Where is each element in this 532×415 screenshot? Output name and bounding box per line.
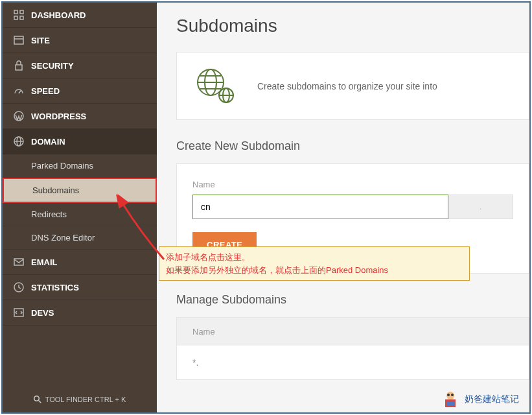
- sidebar-item-security[interactable]: SECURITY: [3, 53, 157, 78]
- sidebar-label: STATISTICS: [31, 283, 79, 292]
- sidebar-label: WORDPRESS: [31, 112, 86, 121]
- svg-line-16: [38, 401, 41, 403]
- sidebar-sub-redirects[interactable]: Redirects: [3, 203, 157, 226]
- svg-point-28: [447, 394, 450, 396]
- sidebar-item-speed[interactable]: SPEED: [3, 78, 157, 104]
- info-description: Create subdomains to organize your site …: [257, 81, 437, 91]
- sidebar-label: DASHBOARD: [31, 10, 86, 20]
- tool-finder[interactable]: TOOL FINDER CTRL + K: [3, 386, 157, 412]
- sidebar-item-site[interactable]: SITE: [3, 28, 157, 53]
- info-panel: Create subdomains to organize your site …: [176, 52, 529, 120]
- domain-illustration-icon: [192, 68, 238, 104]
- sidebar-item-devs[interactable]: DEVS: [3, 300, 157, 326]
- sidebar-item-domain[interactable]: DOMAIN: [3, 129, 157, 154]
- annotation-line2: 如果要添加另外独立的域名，就点击上面的Parked Domains: [166, 264, 463, 277]
- svg-rect-1: [20, 10, 23, 14]
- svg-rect-2: [14, 16, 17, 19]
- page-title: Subdomains: [176, 16, 529, 36]
- svg-point-15: [34, 396, 39, 401]
- grid-icon: [13, 9, 25, 21]
- code-icon: [13, 307, 25, 318]
- annotation-note: 添加子域名点击这里。 如果要添加另外独立的域名，就点击上面的Parked Dom…: [159, 246, 470, 281]
- mail-icon: [13, 256, 25, 268]
- svg-rect-12: [14, 259, 23, 265]
- clock-icon: [13, 281, 25, 293]
- sidebar-label: SITE: [31, 36, 50, 45]
- watermark-icon: [440, 389, 461, 410]
- sidebar-item-dashboard[interactable]: DASHBOARD: [3, 3, 157, 28]
- svg-line-7: [19, 91, 21, 93]
- svg-rect-27: [446, 402, 454, 406]
- globe-icon: [13, 136, 25, 147]
- subdomain-table: Name *.: [176, 317, 529, 380]
- sidebar-sub-dns[interactable]: DNS Zone Editor: [3, 226, 157, 250]
- svg-rect-4: [14, 36, 23, 44]
- name-label: Name: [192, 180, 513, 189]
- subdomain-name-input[interactable]: [192, 195, 448, 219]
- sidebar-sub-parked[interactable]: Parked Domains: [3, 154, 157, 178]
- sidebar-label: EMAIL: [31, 257, 57, 267]
- svg-rect-6: [16, 65, 22, 70]
- svg-point-29: [451, 394, 454, 396]
- svg-rect-0: [14, 10, 17, 14]
- lock-icon: [13, 60, 25, 71]
- tool-finder-label: TOOL FINDER CTRL + K: [45, 396, 126, 403]
- sidebar-label: SECURITY: [31, 61, 74, 71]
- search-icon: [34, 396, 41, 403]
- table-header-name: Name: [177, 318, 529, 346]
- window-icon: [13, 34, 25, 46]
- svg-rect-3: [20, 16, 23, 19]
- main-content: Subdomains Create subdomains to organize…: [157, 3, 529, 412]
- wordpress-icon: [13, 110, 25, 122]
- name-input-group: .: [192, 195, 513, 219]
- manage-section-title: Manage Subdomains: [176, 293, 529, 307]
- watermark: 奶爸建站笔记: [440, 389, 519, 410]
- sidebar-item-wordpress[interactable]: WORDPRESS: [3, 104, 157, 129]
- sidebar-sub-subdomains[interactable]: Subdomains: [3, 178, 157, 203]
- table-row: *.: [177, 346, 529, 379]
- sidebar-item-email[interactable]: EMAIL: [3, 250, 157, 275]
- sidebar: DASHBOARD SITE SECURITY SPEED WORDPRESS …: [3, 3, 157, 412]
- annotation-line1: 添加子域名点击这里。: [166, 251, 463, 264]
- create-section-title: Create New Subdomain: [176, 139, 529, 153]
- sidebar-label: SPEED: [31, 86, 60, 96]
- sidebar-label: DEVS: [31, 308, 54, 318]
- gauge-icon: [13, 85, 25, 97]
- sidebar-item-statistics[interactable]: STATISTICS: [3, 275, 157, 300]
- sidebar-label: DOMAIN: [31, 137, 65, 147]
- watermark-text: 奶爸建站笔记: [465, 394, 519, 405]
- domain-suffix: .: [448, 195, 513, 219]
